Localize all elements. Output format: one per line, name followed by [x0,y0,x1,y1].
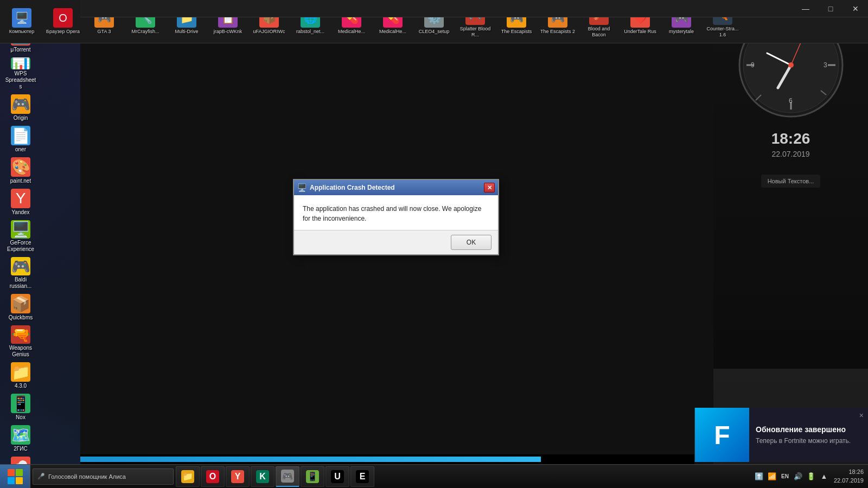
taskbar-time: 18:26 [834,468,864,476]
taskbar-app-unreal[interactable]: U [326,466,349,487]
taskbar-app-game-taskbar[interactable]: 🎮 [276,466,299,487]
minimize-button[interactable]: — [793,0,818,17]
pinned-icon-kompyuter[interactable]: 🖥️Компьютер [2,2,41,41]
desktop-icon-img-yandex: Y [11,189,30,208]
desktop-icon-label-geforce: GeForce Experience [4,240,37,253]
taskbar-app-opera-taskbar[interactable]: O [201,466,225,487]
desktop-icon-img-paintnet: 🎨 [11,157,30,177]
microphone-icon: 🎤 [37,473,45,480]
desktop-icon-geforce[interactable]: 🖥️GeForce Experience [2,218,39,255]
search-text: Голосовой помощник Алиса [48,473,126,480]
desktop-icon-label-paintnet: paint.net [10,178,31,184]
pinned-icon-label-counterstrike: Counter-Stra... 1.6 [704,26,741,38]
svg-text:6: 6 [789,97,793,105]
svg-point-17 [788,62,794,68]
start-button[interactable] [0,465,30,489]
fortnite-close-button[interactable]: × [859,411,864,420]
progress-bar [80,457,541,462]
desktop-icon-wps[interactable]: 📊WPS Spreadsheets [2,55,39,92]
clock-time-display: 18:26 [771,130,810,147]
desktop-icon-img-wps: 📊 [11,57,30,69]
taskbar-apps: 📁OYK🎮📱UE [174,465,749,489]
desktop-icon-label-utorrent: μTorrent [11,47,31,53]
pinned-icon-label-escapists1: The Escapists [501,29,532,35]
taskbar-app-icon-game-taskbar: 🎮 [281,470,294,483]
desktop-icon-weapons[interactable]: 🔫Weapons Genius [2,323,39,360]
maximize-button[interactable]: □ [818,0,843,17]
close-button[interactable]: ✕ [843,0,868,17]
svg-text:9: 9 [751,61,755,69]
pinned-icon-label-rabstol: rabstol_net... [296,29,324,35]
desktop-icon-nox_folder[interactable]: 📁4.3.0 [2,360,39,391]
taskbar-app-icon-file-explorer: 📁 [181,470,194,483]
desktop-icon-img-weapons: 🔫 [11,325,30,344]
desktop-icon-label-nox_folder: 4.3.0 [15,383,27,389]
pinned-icon-opera[interactable]: OБраузер Opera [43,2,82,41]
pinned-icon-label-escapists2: The Escapists 2 [540,29,575,35]
new-text-button[interactable]: Новый Текстов... [761,175,821,188]
taskbar-app-epic[interactable]: E [350,466,374,487]
pinned-icon-label-kompyuter: Компьютер [9,29,35,35]
progress-area [80,454,694,464]
desktop-icon-paintnet[interactable]: 🎨paint.net [2,155,39,187]
logo-blue [8,477,15,484]
fortnite-icon: F [695,408,749,462]
crash-dialog-titlebar: 🖥️ Application Crash Detected ✕ [294,180,498,195]
window-controls: — □ ✕ [793,0,868,17]
desktop-icons-panel: ⬇️μTorrent📊WPS Spreadsheets🎮Origin📄oner🎨… [0,22,80,464]
taskbar-app-file-explorer[interactable]: 📁 [176,466,200,487]
taskbar-app-yandex-taskbar[interactable]: Y [226,466,250,487]
desktop-icon-baldi[interactable]: 🎮Baldi russian... [2,255,39,292]
taskbar-app-icon-unreal: U [331,470,344,483]
right-panel: 12 3 6 9 18:26 22.07.2019 Новый Текстов.… [713,0,868,369]
taskbar: 🎤 Голосовой помощник Алиса 📁OYK🎮📱UE ⬆️ 📶… [0,464,868,488]
fortnite-notification: F Обновление завершено Теперь в Fortnite… [694,408,868,462]
taskbar-tray: ⬆️ 📶 EN 🔊 🔋 ▲ 18:26 22.07.2019 [749,465,868,489]
crash-message: The application has crashed and will now… [303,204,489,223]
logo-red [8,469,15,476]
tray-battery-icon[interactable]: 🔋 [806,471,816,482]
desktop-icon-img-baldi: 🎮 [11,257,30,275]
desktop-icon-label-quickbms: Quickbms [9,314,33,321]
fortnite-subtitle: Теперь в Fortnite можно играть. [756,437,851,445]
desktop-icon-label-wps: WPS Spreadsheets [4,70,37,90]
taskbar-app-icon-kaspersky: K [256,470,269,483]
crash-dialog-footer: OK [294,230,498,254]
taskbar-app-nox-taskbar[interactable]: 📱 [301,466,324,487]
logo-green [16,469,23,476]
tray-arrow-icon[interactable]: ▲ [819,471,829,482]
tray-network-icon[interactable]: ⬆️ [754,471,764,482]
desktop-icon-img-origin: 🎮 [11,94,30,114]
logo-yellow [16,477,23,484]
taskbar-app-kaspersky[interactable]: K [251,466,275,487]
taskbar-clock[interactable]: 18:26 22.07.2019 [834,468,864,485]
desktop-icon-yandexdisk[interactable]: ☁️Яндекс.Диск [2,454,39,464]
crash-dialog-close-button[interactable]: ✕ [484,183,495,192]
pinned-icon-img-opera: O [53,8,73,28]
pinned-icon-label-medicalhe1: MedicalHe... [338,29,365,35]
ok-button[interactable]: OK [451,235,492,250]
crash-dialog: 🖥️ Application Crash Detected ✕ The appl… [293,179,499,255]
desktop-icon-yandex[interactable]: YYandex [2,187,39,218]
desktop-icon-img-oner: 📄 [11,126,30,145]
desktop-icon-nox[interactable]: 📱Nox [2,391,39,423]
pinned-icon-img-kompyuter: 🖥️ [12,8,31,28]
taskbar-app-icon-opera-taskbar: O [206,470,219,483]
desktop-icon-gis[interactable]: 🗺️2ГИС [2,423,39,454]
pinned-icon-label-mysterytale: mysterytale [669,29,694,35]
pinned-icon-label-jrapb: jrapB-cWKnk [214,29,242,35]
desktop-icon-quickbms[interactable]: 📦Quickbms [2,292,39,323]
desktop-icon-img-gis: 🗺️ [11,425,30,445]
pinned-icon-label-gta3: GTA 3 [98,29,111,35]
fortnite-text: Обновление завершено Теперь в Fortnite м… [749,420,857,450]
taskbar-search[interactable]: 🎤 Голосовой помощник Алиса [33,468,174,485]
tray-keyboard-icon[interactable]: EN [780,471,790,482]
desktop-icon-label-gis: 2ГИС [14,446,27,452]
crash-dialog-body: The application has crashed and will now… [294,195,498,230]
desktop-icon-img-nox: 📱 [11,394,30,413]
desktop-icon-label-baldi: Baldi russian... [4,277,37,290]
desktop-icon-oner[interactable]: 📄oner [2,124,39,155]
desktop-icon-origin[interactable]: 🎮Origin [2,92,39,124]
tray-wifi-icon[interactable]: 📶 [767,471,777,482]
tray-sound-icon[interactable]: 🔊 [793,471,803,482]
